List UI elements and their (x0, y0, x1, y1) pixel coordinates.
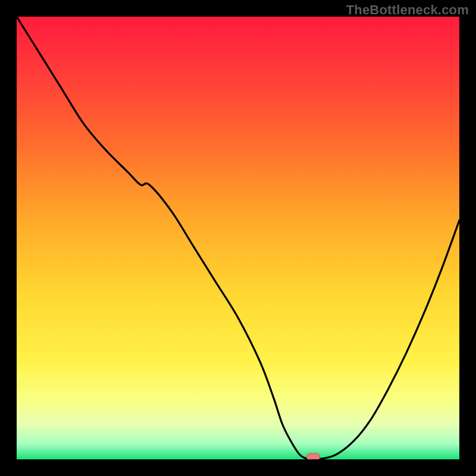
plot-area (17, 17, 459, 459)
chart-frame: TheBottleneck.com (0, 0, 476, 476)
plot-svg (17, 17, 459, 459)
optimum-marker (307, 453, 320, 459)
gradient-background (17, 17, 459, 459)
watermark-text: TheBottleneck.com (346, 2, 469, 18)
